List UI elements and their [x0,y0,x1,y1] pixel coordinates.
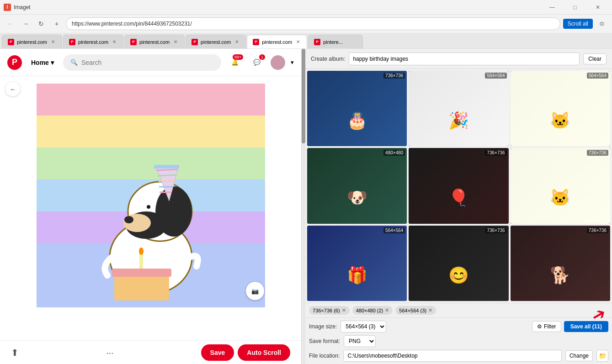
file-location-input[interactable] [343,350,562,362]
tag-row: 736×736 (6)✕480×480 (2)✕564×564 (3)✕ [305,303,612,317]
tag-label: 736×736 (6) [313,308,340,313]
tab-favicon-4: P [192,39,198,45]
image-card: 🐱 736×736 ✓ 600107975a2f24936b583341d27 … [511,148,610,223]
bottom-row1: Image size: 564×564 (3) 736×736 (6) 480×… [309,321,608,332]
main-layout: P Home ▾ 🔍 🔔 99+ 💬 1 ▾ ← [0,49,612,364]
nav-bar: ← → ↻ + https://www.pinterest.com/pin/84… [0,15,612,33]
notification-button[interactable]: 🔔 99+ [227,54,243,71]
svg-rect-23 [139,253,143,269]
image-size-badge: 564×564 [485,73,506,79]
svg-rect-15 [154,165,179,169]
tab-close-1[interactable]: ✕ [50,39,56,45]
svg-line-17 [158,175,176,176]
search-input[interactable] [81,59,214,66]
back-nav-button[interactable]: ← [4,17,16,30]
tab-favicon-3: P [130,39,137,45]
size-tag: 480×480 (2)✕ [352,306,393,315]
tab-label-4: pinterest.com [201,39,231,45]
window-controls: — □ ✕ [542,0,608,15]
tab-close-3[interactable]: ✕ [172,39,179,45]
image-size-badge: 736×736 [587,227,608,233]
tab-4[interactable]: P pinterest.com ✕ [186,35,246,48]
tab-close-2[interactable]: ✕ [111,39,117,45]
image-size-badge: 564×564 [383,227,405,233]
create-album-label: Create album: [311,56,345,62]
refresh-button[interactable]: ↻ [35,17,48,30]
tab-3[interactable]: P pinterest.com ✕ [124,35,185,48]
image-size-select[interactable]: 564×564 (3) 736×736 (6) 480×480 (2) [341,321,386,332]
tag-close[interactable]: ✕ [428,307,432,313]
folder-button[interactable]: 📁 [596,350,608,362]
address-bar[interactable]: https://www.pinterest.com/pin/8444936725… [66,17,560,30]
pinterest-logo: P [7,55,22,70]
tab-5[interactable]: P pinterest.com ✕ [247,35,307,48]
image-card: 😊 736×736 [409,226,508,301]
message-button[interactable]: 💬 1 [249,54,265,71]
tab-1[interactable]: P pinterest.com ✕ [2,35,62,48]
tab-label-6: pintere... [323,39,343,45]
pinterest-content: ← [0,76,301,340]
filter-label: Filter [544,323,556,330]
notification-badge: 99+ [233,54,243,60]
avatar[interactable] [271,55,285,70]
tab-6[interactable]: P pintere... [308,35,363,48]
close-button[interactable]: ✕ [587,0,608,15]
tab-favicon-1: P [8,39,14,45]
tabs-bar: P pinterest.com ✕ P pinterest.com ✕ P pi… [0,33,612,48]
image-size-badge: 736×736 [383,73,405,79]
url-text: https://www.pinterest.com/pin/8444936725… [72,21,192,27]
home-menu[interactable]: Home ▾ [27,56,58,69]
home-label: Home [31,59,49,66]
image-grid: 🎂 736×736 ✓ 3ba6f8d5562dc825842f1ca1c58f… [305,69,612,303]
pinterest-panel: P Home ▾ 🔍 🔔 99+ 💬 1 ▾ ← [0,49,302,364]
tab-favicon-5: P [253,39,259,45]
bell-icon: 🔔 [231,59,239,66]
tab-favicon-6: P [314,39,320,45]
upload-button[interactable]: ⬆ [11,347,19,358]
tab-close-5[interactable]: ✕ [295,39,301,45]
tag-close[interactable]: ✕ [342,307,346,313]
change-button[interactable]: Change [565,350,593,361]
auto-scroll-button[interactable]: Auto Scroll [238,344,290,361]
camera-button[interactable]: 📷 [246,282,264,300]
scrollbar[interactable] [302,49,305,364]
save-pin-button[interactable]: Save [201,344,234,361]
album-name-input[interactable] [349,53,580,65]
forward-nav-button[interactable]: → [19,17,32,30]
back-button[interactable]: ← [5,82,20,96]
scroll-thumb [302,49,305,143]
new-tab-button[interactable]: + [50,17,63,30]
image-card: 🐕 736×736 [511,226,610,301]
save-all-button[interactable]: Save all (11) [564,321,608,332]
image-size-badge: 564×564 [587,73,608,79]
image-card: 🐱 564×564 ✓ 600107975a2f24936b583341d27 … [511,71,610,146]
tab-2[interactable]: P pinterest.com ✕ [63,35,123,48]
app-icon: I [4,4,11,11]
tab-label-2: pinterest.com [78,39,108,45]
clear-button[interactable]: Clear [583,53,607,64]
tag-label: 564×564 (3) [399,308,426,313]
image-card: 🎈 736×736 ✓ 13e2d9b915687bfd7261d0977a5 … [409,148,508,223]
search-box[interactable]: 🔍 [63,54,221,71]
filter-button[interactable]: ⚙ Filter [532,321,561,332]
image-size-badge: 736×736 [485,227,506,233]
image-size-badge: 736×736 [587,150,608,156]
maximize-button[interactable]: □ [564,0,585,15]
filter-icon: ⚙ [537,323,542,330]
format-select[interactable]: PNG JPG WEBP [344,335,376,347]
imaget-panel: Create album: Clear 🎂 736×736 ✓ 3ba6f8d5… [305,49,612,364]
minimize-button[interactable]: — [542,0,563,15]
image-card: 🎂 736×736 ✓ 3ba6f8d5562dc825842f1ca1c58f… [307,71,407,146]
svg-rect-22 [112,269,171,277]
imaget-header: Create album: Clear [305,49,612,69]
folder-icon: 📁 [599,352,607,359]
tag-close[interactable]: ✕ [385,307,389,313]
tab-favicon-2: P [69,39,75,45]
image-card: 🐶 480×480 ✓ 2d869e6d7e73c0665c08205a550 … [307,148,407,223]
tab-label-1: pinterest.com [17,39,47,45]
svg-rect-21 [114,273,169,301]
tab-close-4[interactable]: ✕ [234,39,240,45]
scroll-all-button[interactable]: Scroll all [563,19,593,29]
more-options-button[interactable]: ··· [106,348,114,358]
favorite-button[interactable]: ⛭ [596,17,608,30]
